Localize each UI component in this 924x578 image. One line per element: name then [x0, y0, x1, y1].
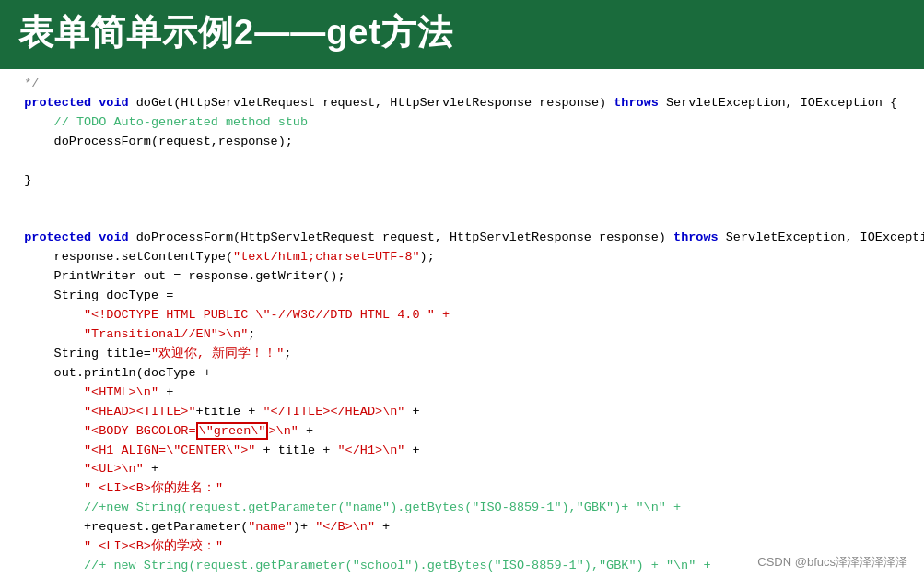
code-line: out.println(docType +	[9, 364, 915, 383]
code-line	[9, 209, 915, 229]
code-line: protected void doProcessForm(HttpServlet…	[9, 229, 915, 248]
code-line: "<BODY BGCOLOR=\"green\">\n" +	[9, 422, 915, 442]
code-line	[9, 191, 915, 210]
code-line: */	[9, 75, 915, 94]
code-line: "<HEAD><TITLE>"+title + "</TITLE></HEAD>…	[9, 403, 915, 422]
code-line: "<H1 ALIGN=\"CENTER\">" + title + "</H1>…	[9, 442, 915, 461]
code-line: "<!DOCTYPE HTML PUBLIC \"-//W3C//DTD HTM…	[9, 306, 915, 325]
code-line: response.setContentType("text/html;chars…	[9, 248, 915, 267]
code-line: String title="欢迎你, 新同学！！";	[9, 345, 915, 364]
code-line: "<HTML>\n" +	[9, 383, 915, 403]
code-area: */ protected void doGet(HttpServletReque…	[0, 69, 924, 578]
code-line: String docType =	[9, 287, 915, 306]
code-line: doProcessForm(request,response);	[9, 133, 915, 152]
code-line: "Transitional//EN">\n";	[9, 325, 915, 345]
code-line	[9, 152, 915, 171]
code-line: "<UL>\n" +	[9, 460, 915, 479]
code-line: }	[9, 171, 915, 191]
watermark-text: CSDN @bfucs泽泽泽泽泽泽	[757, 555, 907, 569]
page-title: 表单简单示例2——get方法	[18, 9, 453, 56]
code-line: // TODO Auto-generated method stub	[9, 113, 915, 133]
code-line: +request.getParameter("name")+ "</B>\n" …	[9, 518, 915, 537]
code-line: PrintWriter out = response.getWriter();	[9, 267, 915, 287]
code-line: " <LI><B>你的姓名："	[9, 479, 915, 499]
footer-watermark: CSDN @bfucs泽泽泽泽泽泽	[757, 554, 907, 571]
header: 表单简单示例2——get方法	[0, 0, 924, 69]
code-line: //+new String(request.getParameter("name…	[9, 499, 915, 518]
code-line: protected void doGet(HttpServletRequest …	[9, 94, 915, 113]
